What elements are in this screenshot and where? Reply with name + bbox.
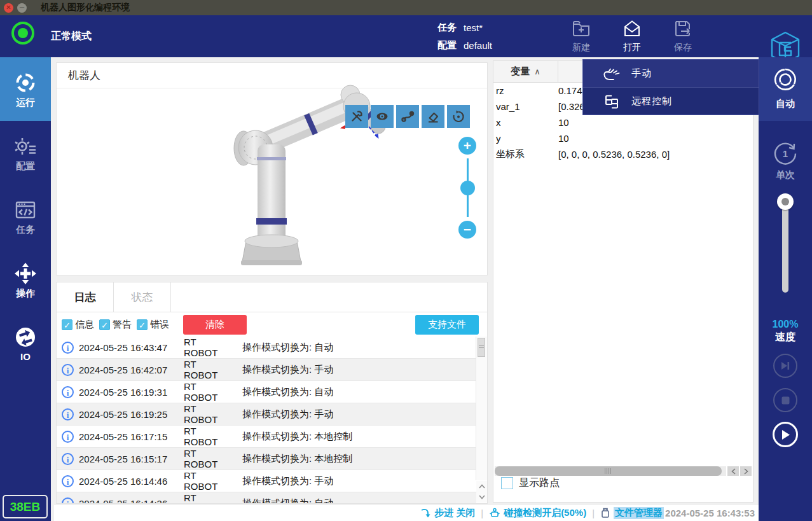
sidebar-item-task[interactable]: 任务 [0, 184, 51, 248]
zoom-in-button[interactable]: + [458, 137, 476, 155]
log-scrollbar[interactable] [476, 337, 487, 480]
variable-name: y [493, 133, 558, 144]
zoom-slider-track[interactable] [467, 158, 469, 217]
log-time: 2024-05-25 16:14:46 [79, 476, 172, 487]
filter-info-label: 信息 [75, 319, 94, 331]
speed-label: 速度 [759, 331, 812, 344]
svg-text:1: 1 [783, 148, 788, 159]
log-time: 2024-05-25 16:17:15 [79, 431, 172, 442]
info-icon: i [62, 431, 74, 443]
scroll-down-icon[interactable] [476, 492, 487, 503]
filter-info[interactable]: ✓ 信息 [62, 319, 94, 331]
sidebar-operate-label: 操作 [16, 288, 35, 298]
scroll-right-icon[interactable] [740, 466, 752, 476]
mode-status-icon [11, 22, 34, 45]
stop-button[interactable] [773, 388, 797, 412]
filter-warning[interactable]: ✓ 警告 [99, 319, 132, 331]
log-row: i 2024-05-25 16:43:47 RT ROBOT 操作模式切换为: … [57, 337, 476, 359]
clear-log-button[interactable]: 清除 [183, 315, 247, 335]
show-waypoints-option[interactable]: 显示路点 [501, 476, 560, 490]
filter-warning-label: 警告 [113, 319, 132, 331]
auto-mode-button[interactable]: 自动 [759, 57, 812, 121]
rotate-icon [451, 109, 465, 123]
sidebar-config-label: 配置 [16, 160, 35, 171]
info-icon: i [62, 497, 74, 504]
variables-h-scrollbar-thumb[interactable] [495, 466, 722, 476]
step-forward-button[interactable] [773, 354, 797, 378]
new-file-icon [572, 29, 591, 40]
window-title: 机器人图形化编程环境 [41, 2, 130, 13]
menu-manual-label: 手动 [631, 67, 652, 80]
show-waypoints-checkbox[interactable] [501, 477, 513, 489]
collapse-caret-icon[interactable]: ∧ [534, 67, 540, 76]
task-value: test* [464, 22, 483, 33]
path-button[interactable] [396, 105, 419, 128]
info-icon: i [62, 342, 74, 354]
variable-value: [0.326 [558, 101, 585, 112]
sidebar-run-label: 运行 [16, 97, 35, 108]
log-source: RT ROBOT [184, 448, 230, 469]
log-scrollbar-thumb[interactable] [478, 338, 485, 357]
variable-row[interactable]: x 10 [493, 115, 753, 130]
sidebar-item-io[interactable]: IO [0, 312, 51, 375]
collision-detect-status[interactable]: 碰撞检测开启(50%) [489, 507, 586, 519]
single-run-button[interactable]: 1 单次 [759, 139, 812, 181]
info-icon: i [62, 475, 74, 487]
tools-button[interactable] [345, 105, 368, 128]
info-icon: i [62, 453, 74, 465]
log-source: RT ROBOT [184, 359, 230, 380]
tab-status[interactable]: 状态 [114, 282, 171, 312]
menu-item-remote[interactable]: 远程控制 [583, 87, 759, 115]
rotate-view-button[interactable] [447, 105, 470, 128]
right-sidebar: 自动 1 单次 100% 速度 [759, 57, 812, 521]
warning-checkbox[interactable]: ✓ [99, 319, 110, 330]
support-files-button[interactable]: 支持文件 [415, 315, 479, 335]
log-row: i 2024-05-25 16:19:25 RT ROBOT 操作模式切换为: … [57, 403, 476, 426]
log-source: RT ROBOT [184, 337, 230, 358]
variable-value: 10 [558, 133, 569, 144]
log-source: RT ROBOT [184, 492, 230, 503]
step-mode-status[interactable]: 步进 关闭 [420, 507, 475, 519]
menu-item-manual[interactable]: 手动 [583, 60, 759, 87]
tab-log[interactable]: 日志 [57, 282, 114, 312]
error-checkbox[interactable]: ✓ [137, 319, 148, 330]
play-icon [781, 429, 790, 440]
info-checkbox[interactable]: ✓ [62, 319, 72, 330]
scroll-up-icon[interactable] [476, 481, 487, 492]
sidebar-item-operate[interactable]: 操作 [0, 248, 51, 312]
path-curve-icon [401, 109, 415, 123]
sidebar-io-label: IO [20, 351, 31, 362]
speed-slider-track[interactable] [782, 202, 788, 293]
hand-icon [600, 66, 623, 81]
step-mode-label: 步进 关闭 [434, 507, 475, 519]
collision-detect-label: 碰撞检测开启(50%) [504, 507, 586, 519]
sidebar-item-run[interactable]: 运行 [0, 57, 51, 121]
log-row: i 2024-05-25 16:15:17 RT ROBOT 操作模式切换为: … [57, 448, 476, 470]
eraser-button[interactable] [422, 105, 444, 128]
variable-row[interactable]: y 10 [493, 130, 753, 146]
file-manager-item[interactable]: 文件管理器 [600, 507, 664, 519]
log-time: 2024-05-25 16:14:36 [79, 498, 172, 504]
sidebar-item-config[interactable]: 配置 [0, 121, 51, 184]
filter-error[interactable]: ✓ 错误 [137, 319, 169, 331]
log-source: RT ROBOT [184, 470, 230, 492]
variables-header-cell[interactable]: 变量 ∧ [493, 61, 558, 82]
variables-h-scrollbar[interactable] [495, 466, 726, 476]
window-close-icon[interactable]: ✕ [4, 3, 13, 13]
variable-row[interactable]: 坐标系 [0, 0, 0, 0.5236, 0.5236, 0] [493, 146, 753, 162]
save-button[interactable]: 保存 [664, 19, 702, 53]
step-forward-icon [780, 361, 790, 370]
new-button[interactable]: 新建 [562, 19, 600, 53]
zoom-out-button[interactable]: − [458, 221, 476, 239]
speed-slider-handle[interactable] [777, 193, 794, 210]
log-source: RT ROBOT [184, 403, 230, 425]
log-row: i 2024-05-25 16:42:07 RT ROBOT 操作模式切换为: … [57, 359, 476, 381]
window-minimize-icon[interactable]: ─ [17, 3, 27, 13]
log-list[interactable]: i 2024-05-25 16:43:47 RT ROBOT 操作模式切换为: … [57, 337, 476, 503]
variables-header-label: 变量 [511, 66, 530, 78]
visibility-button[interactable] [371, 105, 394, 128]
scroll-left-icon[interactable] [727, 466, 739, 476]
play-button[interactable] [773, 422, 798, 447]
zoom-slider-handle[interactable] [460, 181, 475, 195]
open-button[interactable]: 打开 [613, 19, 651, 53]
